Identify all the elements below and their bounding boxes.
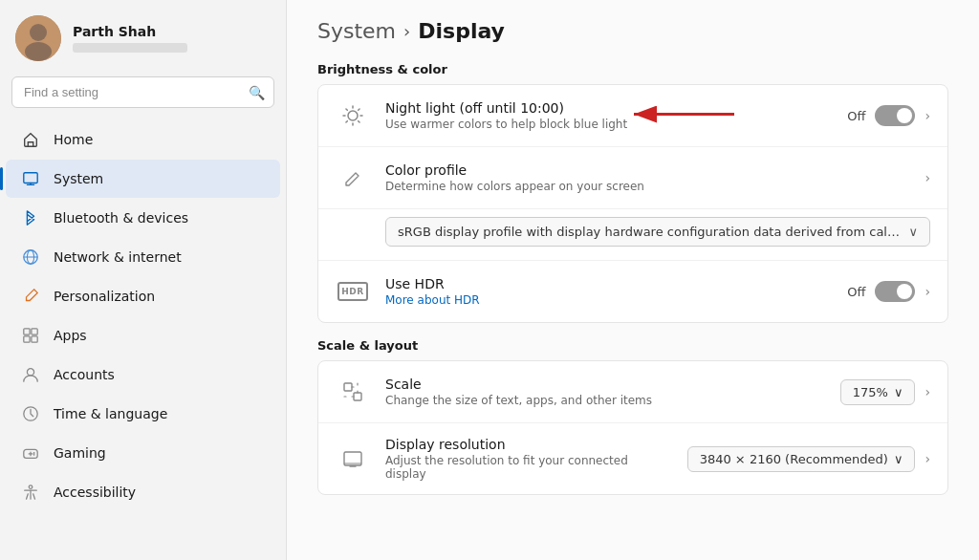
- resolution-chevron: ›: [925, 451, 930, 466]
- resolution-dropdown-arrow: ∨: [894, 452, 903, 466]
- hdr-row[interactable]: HDR Use HDR More about HDR Off ›: [318, 261, 947, 322]
- resolution-content: Display resolution Adjust the resolution…: [385, 437, 672, 481]
- breadcrumb-current: Display: [418, 19, 505, 43]
- scale-dropdown[interactable]: 175% ∨: [840, 379, 916, 405]
- resolution-right: 3840 × 2160 (Recommended) ∨ ›: [687, 446, 930, 472]
- brightness-color-card: Night light (off until 10:00) Use warmer…: [317, 84, 948, 323]
- user-email: [73, 43, 187, 53]
- svg-point-2: [25, 42, 52, 61]
- color-profile-title: Color profile: [385, 162, 909, 178]
- night-light-chevron: ›: [925, 108, 930, 123]
- hdr-chevron: ›: [925, 284, 930, 299]
- system-icon: [21, 169, 40, 188]
- apps-icon: [21, 326, 40, 345]
- sidebar-item-bluetooth[interactable]: Bluetooth & devices: [6, 199, 280, 237]
- color-profile-row[interactable]: Color profile Determine how colors appea…: [318, 147, 947, 209]
- color-profile-icon: [336, 161, 370, 195]
- night-light-toggle[interactable]: [875, 105, 915, 126]
- resolution-value: 3840 × 2160 (Recommended): [700, 452, 888, 466]
- svg-rect-18: [344, 383, 352, 391]
- night-light-icon: [336, 98, 370, 133]
- svg-rect-7: [32, 329, 37, 334]
- sidebar-item-label-network: Network & internet: [54, 249, 182, 265]
- sidebar-item-label-accessibility: Accessibility: [54, 485, 136, 500]
- color-profile-content: Color profile Determine how colors appea…: [385, 162, 909, 193]
- sidebar-item-system[interactable]: System: [6, 160, 280, 198]
- resolution-dropdown[interactable]: 3840 × 2160 (Recommended) ∨: [687, 446, 916, 472]
- network-icon: [21, 248, 40, 267]
- user-info: Parth Shah: [73, 24, 187, 53]
- sidebar-item-label-accounts: Accounts: [54, 367, 115, 382]
- sidebar-item-label-apps: Apps: [54, 328, 87, 343]
- scale-icon: [336, 375, 370, 409]
- sidebar-item-gaming[interactable]: Gaming: [6, 434, 280, 472]
- scale-layout-title: Scale & layout: [317, 338, 948, 353]
- color-profile-dropdown-value: sRGB display profile with display hardwa…: [398, 225, 901, 239]
- sidebar-item-time-language[interactable]: Time & language: [6, 395, 280, 433]
- sidebar-item-label-gaming: Gaming: [54, 445, 106, 461]
- sidebar: Parth Shah 🔍 Home System Bluetooth & dev…: [0, 0, 287, 560]
- scale-content: Scale Change the size of text, apps, and…: [385, 377, 825, 407]
- sidebar-item-label-system: System: [54, 171, 103, 186]
- scale-title: Scale: [385, 377, 825, 392]
- personalization-icon: [21, 287, 40, 306]
- scale-subtitle: Change the size of text, apps, and other…: [385, 394, 825, 407]
- sidebar-item-personalization[interactable]: Personalization: [6, 277, 280, 315]
- color-profile-dropdown[interactable]: sRGB display profile with display hardwa…: [385, 217, 930, 247]
- scale-row[interactable]: Scale Change the size of text, apps, and…: [318, 361, 947, 423]
- svg-rect-19: [354, 393, 361, 400]
- sidebar-item-accounts[interactable]: Accounts: [6, 355, 280, 394]
- color-profile-dropdown-row: sRGB display profile with display hardwa…: [318, 209, 947, 261]
- scale-chevron: ›: [925, 384, 930, 399]
- night-light-subtitle: Use warmer colors to help block blue lig…: [385, 118, 832, 131]
- svg-rect-8: [24, 336, 30, 342]
- hdr-toggle[interactable]: [875, 281, 915, 302]
- breadcrumb-separator: ›: [403, 21, 410, 41]
- scale-dropdown-arrow: ∨: [894, 385, 903, 399]
- resolution-subtitle: Adjust the resolution to fit your connec…: [385, 454, 672, 481]
- resolution-icon: [336, 442, 370, 476]
- sidebar-item-home[interactable]: Home: [6, 120, 280, 159]
- sidebar-item-label-home: Home: [54, 132, 93, 147]
- breadcrumb-parent: System: [317, 19, 396, 43]
- svg-rect-3: [24, 173, 37, 183]
- accessibility-icon: [21, 483, 40, 502]
- search-input[interactable]: [11, 76, 274, 108]
- bluetooth-icon: [21, 208, 40, 227]
- svg-point-15: [29, 485, 33, 489]
- gaming-icon: [21, 443, 40, 463]
- sidebar-item-network[interactable]: Network & internet: [6, 238, 280, 276]
- sidebar-item-accessibility[interactable]: Accessibility: [6, 473, 280, 511]
- hdr-status: Off: [847, 285, 865, 299]
- main-content: System › Display Brightness & color Nigh…: [287, 0, 979, 560]
- color-profile-right: ›: [925, 170, 930, 185]
- hdr-title: Use HDR: [385, 276, 832, 291]
- brightness-color-title: Brightness & color: [317, 62, 948, 76]
- svg-rect-6: [24, 329, 30, 334]
- sidebar-item-label-personalization: Personalization: [54, 289, 155, 304]
- night-light-content: Night light (off until 10:00) Use warmer…: [385, 100, 832, 131]
- user-profile: Parth Shah: [0, 0, 286, 73]
- svg-point-13: [33, 452, 35, 454]
- svg-point-16: [348, 111, 358, 120]
- night-light-row[interactable]: Night light (off until 10:00) Use warmer…: [318, 85, 947, 147]
- nav-list: Home System Bluetooth & devices Network …: [0, 116, 286, 516]
- search-icon: 🔍: [249, 85, 265, 100]
- search-box[interactable]: 🔍: [11, 76, 274, 108]
- sidebar-item-label-time-language: Time & language: [54, 406, 167, 421]
- breadcrumb: System › Display: [317, 19, 948, 43]
- dropdown-arrow-icon: ∨: [908, 225, 918, 239]
- svg-point-1: [30, 24, 47, 41]
- avatar: [15, 15, 61, 61]
- svg-rect-9: [32, 336, 37, 342]
- sidebar-item-label-bluetooth: Bluetooth & devices: [54, 210, 188, 226]
- night-light-status: Off: [847, 109, 865, 123]
- svg-point-10: [27, 369, 33, 376]
- hdr-controls: Off ›: [847, 281, 930, 302]
- resolution-row[interactable]: Display resolution Adjust the resolution…: [318, 423, 947, 494]
- svg-point-14: [33, 454, 35, 456]
- hdr-link[interactable]: More about HDR: [385, 293, 480, 307]
- night-light-controls: Off ›: [847, 105, 930, 126]
- sidebar-item-apps[interactable]: Apps: [6, 316, 280, 355]
- scale-right: 175% ∨ ›: [840, 379, 930, 405]
